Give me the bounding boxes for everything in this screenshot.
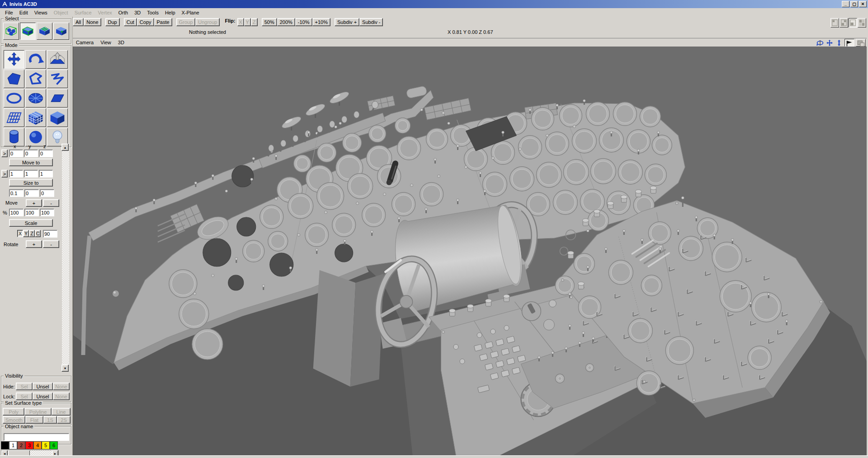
scroll-down-button[interactable]: ▼: [61, 365, 69, 372]
select-vertex-button[interactable]: [53, 23, 69, 40]
size-to-expander-button[interactable]: >: [1, 170, 8, 178]
layout-quad-button[interactable]: [858, 18, 866, 28]
palette-swatch-4[interactable]: 4: [33, 441, 42, 449]
menu-bar: FileEditViewsObjectSurfaceVertexOrth3DTo…: [0, 8, 868, 17]
panel-vertical-scrollbar[interactable]: ▲ ▼: [62, 144, 69, 372]
toolbar-button-200[interactable]: 200%: [277, 18, 295, 26]
move-to-y-field[interactable]: [24, 150, 38, 157]
rotate-axis-y-button[interactable]: Y: [23, 230, 29, 237]
rotate-axis-z-button[interactable]: Z: [29, 230, 35, 237]
polygon-solid-icon: [5, 71, 23, 87]
toolbar-button-dup[interactable]: Dup: [105, 18, 120, 26]
menu-vertex[interactable]: Vertex: [95, 9, 115, 16]
extrude-icon: [48, 51, 66, 67]
toolbar-button-copy[interactable]: Copy: [137, 18, 154, 26]
palette-swatch-2[interactable]: 2: [17, 441, 25, 449]
select-surface-button[interactable]: [37, 23, 52, 40]
palette-swatch-6[interactable]: 6: [50, 441, 58, 449]
rotate-angle-field[interactable]: [43, 230, 57, 238]
menu-file[interactable]: File: [2, 9, 16, 16]
layout-two-pane-button[interactable]: [840, 18, 848, 28]
menu-edit[interactable]: Edit: [16, 9, 31, 16]
pan-icon[interactable]: [826, 39, 834, 47]
layout-one-pane-button[interactable]: [830, 18, 839, 28]
menu-help[interactable]: Help: [162, 9, 179, 16]
mode-polygon-outline-button[interactable]: [25, 70, 46, 88]
viewport-menu-camera[interactable]: Camera: [73, 39, 97, 46]
viewport-menu-view[interactable]: View: [97, 39, 115, 46]
toolbar-group: Subdiv +Subdiv -: [335, 18, 383, 26]
hide-unsel-button[interactable]: Unsel: [33, 383, 53, 390]
toolbar-button-paste[interactable]: Paste: [154, 18, 172, 26]
mode-subdivided-cube-button[interactable]: [25, 108, 46, 127]
move-to-button[interactable]: Move to: [9, 159, 53, 166]
move-to-z-field[interactable]: [39, 150, 53, 157]
toolbar-button-subdiv[interactable]: Subdiv +: [335, 18, 359, 26]
toolbar-group: Flip:XYZ: [224, 18, 257, 26]
scale-x-field[interactable]: [9, 209, 24, 216]
mode-mesh-button[interactable]: [4, 108, 24, 127]
move-to-x-field[interactable]: [9, 150, 23, 157]
minimize-button[interactable]: _: [842, 1, 849, 7]
toolbar-button-50[interactable]: 50%: [262, 18, 277, 26]
select-object-button[interactable]: [20, 23, 36, 40]
viewport-3d-canvas[interactable]: [73, 47, 867, 455]
mode-cube-button[interactable]: [47, 108, 68, 127]
rotate-axis-c-button[interactable]: C: [35, 230, 41, 237]
menu-surface[interactable]: Surface: [71, 9, 95, 16]
lock-unsel-button[interactable]: Unsel: [33, 393, 53, 400]
select-group-button[interactable]: [3, 23, 19, 40]
menu-views[interactable]: Views: [31, 9, 51, 16]
scroll-up-button[interactable]: ▲: [61, 144, 69, 151]
move-minus-button[interactable]: -: [43, 199, 59, 207]
move-to-expander-button[interactable]: >: [1, 150, 8, 157]
menu-tools[interactable]: Tools: [144, 9, 162, 16]
rotate-minus-button[interactable]: -: [43, 240, 59, 248]
toolbar-button-all[interactable]: All: [73, 18, 84, 26]
toolbar-button-subdiv[interactable]: Subdiv -: [359, 18, 383, 26]
move-plus-button[interactable]: +: [26, 199, 42, 207]
toolbar-button-none[interactable]: None: [84, 18, 101, 26]
close-button[interactable]: ✕: [859, 1, 867, 7]
size-to-y-field[interactable]: [24, 170, 38, 178]
menu-object[interactable]: Object: [51, 9, 71, 16]
viewport-menu-3d[interactable]: 3D: [115, 39, 128, 46]
mode-polyline-button[interactable]: [47, 70, 68, 88]
maximize-button[interactable]: ▢: [850, 1, 858, 7]
scale-y-field[interactable]: [24, 209, 39, 216]
mode-rectangle-button[interactable]: [47, 89, 68, 107]
mode-rotate-button[interactable]: [25, 50, 46, 69]
rotate-plus-button[interactable]: +: [26, 240, 42, 248]
move-y-field[interactable]: [24, 189, 39, 197]
mode-extrude-button[interactable]: [47, 50, 68, 69]
mode-ellipse-button[interactable]: [4, 89, 24, 107]
rotate-axis-x-button[interactable]: X: [17, 230, 23, 237]
mode-polygon-solid-button[interactable]: [4, 70, 24, 88]
toolbar-button-10[interactable]: -10%: [295, 18, 312, 26]
move-z-field[interactable]: [40, 189, 54, 197]
menu-x-plane[interactable]: X-Plane: [179, 9, 203, 16]
palette-swatch-1[interactable]: 1: [9, 441, 17, 449]
zoom-icon[interactable]: [835, 39, 843, 47]
toolbar-button-10[interactable]: +10%: [312, 18, 330, 26]
scale-z-field[interactable]: [40, 209, 54, 216]
scale-button[interactable]: Scale: [9, 219, 53, 227]
palette-swatch-black[interactable]: [1, 441, 9, 449]
surface-2s-button: 2S: [57, 416, 71, 424]
size-to-button[interactable]: Size to: [9, 179, 53, 187]
pointer-flag-button[interactable]: [844, 39, 854, 47]
object-name-field[interactable]: [4, 433, 69, 441]
size-to-x-field[interactable]: [9, 170, 23, 178]
menu-orth[interactable]: Orth: [115, 9, 131, 16]
palette-swatch-3[interactable]: 3: [25, 441, 33, 449]
mode-move-button[interactable]: [4, 50, 24, 69]
size-to-z-field[interactable]: [39, 170, 53, 178]
layout-single-3d-button[interactable]: [849, 18, 857, 28]
move-x-field[interactable]: [9, 189, 24, 197]
mode-disk-button[interactable]: [25, 89, 46, 107]
pane-toggle-button[interactable]: [856, 39, 866, 47]
toolbar-button-cut[interactable]: Cut: [124, 18, 137, 26]
orbit-icon[interactable]: [816, 39, 824, 47]
palette-swatch-5[interactable]: 5: [42, 441, 50, 449]
menu-3d[interactable]: 3D: [131, 9, 144, 16]
